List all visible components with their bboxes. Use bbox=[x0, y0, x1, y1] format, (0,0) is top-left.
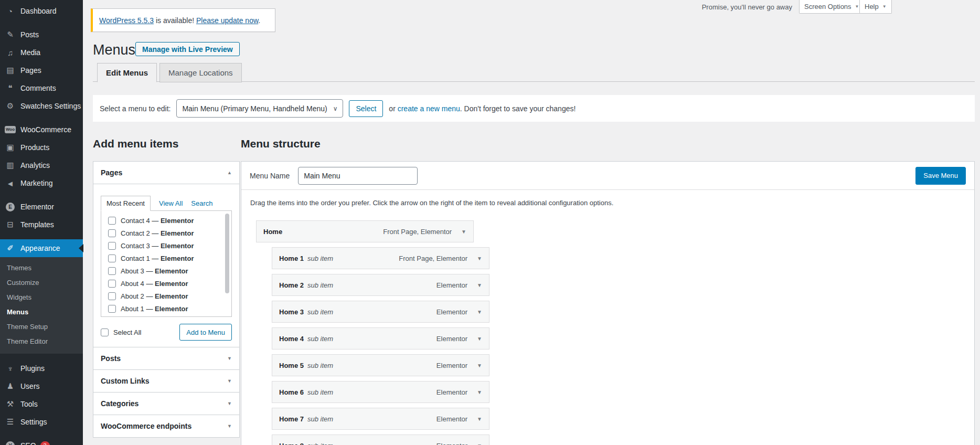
menu-item-home-8[interactable]: Home 8sub itemElementor▼ bbox=[272, 435, 489, 445]
sidebar-subitem-widgets[interactable]: Widgets bbox=[0, 290, 83, 305]
page-checkbox[interactable] bbox=[108, 292, 116, 300]
page-checkbox[interactable] bbox=[108, 242, 116, 250]
select-menu-button[interactable]: Select bbox=[349, 100, 383, 117]
menu-structure-heading: Menu structure bbox=[241, 137, 321, 150]
expand-toggle-icon[interactable]: ▼ bbox=[227, 378, 232, 384]
page-checkbox[interactable] bbox=[108, 267, 116, 275]
sub-item-label: sub item bbox=[307, 442, 333, 445]
pages-tab-most-recent[interactable]: Most Recent bbox=[101, 196, 151, 211]
sidebar-item-users[interactable]: ♟Users bbox=[0, 377, 83, 395]
menu-item-title: Home 1 bbox=[279, 255, 304, 262]
tab-edit-menus[interactable]: Edit Menus bbox=[97, 63, 157, 82]
sidebar-item-comments[interactable]: ❝Comments bbox=[0, 79, 83, 97]
sidebar-item-posts[interactable]: ✎Posts bbox=[0, 26, 83, 44]
page-checklist-row: Contact 2 — Elementor bbox=[101, 227, 231, 239]
item-options-arrow-icon[interactable]: ▼ bbox=[477, 282, 482, 288]
sidebar-item-elementor[interactable]: EElementor bbox=[0, 198, 83, 216]
select-all-checkbox[interactable] bbox=[101, 329, 109, 336]
menu-item-home-4[interactable]: Home 4sub itemElementor▼ bbox=[272, 327, 489, 349]
accordion-custom-links[interactable]: Custom Links▼ bbox=[93, 369, 240, 393]
menu-items-list: HomeFront Page, Elementor▼Home 1sub item… bbox=[250, 220, 966, 445]
menu-name-input[interactable] bbox=[298, 167, 418, 185]
sidebar-item-label: Comments bbox=[20, 84, 56, 92]
page-title: Menus bbox=[93, 43, 135, 57]
accordion-categories[interactable]: Categories▼ bbox=[93, 392, 240, 415]
menu-item-home[interactable]: HomeFront Page, Elementor▼ bbox=[256, 220, 474, 242]
pages-tab-search[interactable]: Search bbox=[191, 199, 212, 207]
sidebar-item-products[interactable]: ▣Products bbox=[0, 139, 83, 156]
add-menu-items-heading: Add menu items bbox=[93, 137, 178, 150]
expand-toggle-icon[interactable]: ▼ bbox=[227, 356, 232, 361]
item-options-arrow-icon[interactable]: ▼ bbox=[477, 256, 482, 261]
page-checklist-label: Contact 3 — Elementor bbox=[121, 242, 194, 250]
sidebar-item-swatches-settings[interactable]: ⚙Swatches Settings bbox=[0, 97, 83, 115]
sidebar-item-tools[interactable]: ⚒Tools bbox=[0, 395, 83, 413]
collapse-toggle-icon[interactable]: ▲ bbox=[227, 170, 232, 175]
sidebar-item-seo[interactable]: YSEO3 bbox=[0, 437, 83, 445]
create-new-menu-link[interactable]: create a new menu bbox=[398, 104, 460, 113]
help-button[interactable]: Help ▼ bbox=[859, 0, 892, 14]
item-options-arrow-icon[interactable]: ▼ bbox=[461, 229, 466, 235]
sidebar-item-media[interactable]: ♫Media bbox=[0, 44, 83, 61]
product-box-icon: ▣ bbox=[5, 143, 16, 152]
accordion-posts[interactable]: Posts▼ bbox=[93, 347, 240, 370]
sidebar-subitem-theme-setup[interactable]: Theme Setup bbox=[0, 320, 83, 334]
manage-with-live-preview-button[interactable]: Manage with Live Preview bbox=[135, 42, 240, 56]
menu-structure-body: Drag the items into the order you prefer… bbox=[241, 190, 974, 445]
sidebar-item-label: Plugins bbox=[20, 364, 45, 373]
item-options-arrow-icon[interactable]: ▼ bbox=[477, 443, 482, 445]
checklist-scrollbar[interactable] bbox=[225, 214, 229, 293]
item-options-arrow-icon[interactable]: ▼ bbox=[477, 309, 482, 315]
wordpress-version-link[interactable]: WordPress 5.5.3 bbox=[99, 16, 154, 25]
pages-tab-view-all[interactable]: View All bbox=[159, 199, 183, 207]
menu-select-dropdown[interactable]: Main Menu (Primary Menu, Handheld Menu) … bbox=[176, 99, 343, 118]
sidebar-item-settings[interactable]: ☰Settings bbox=[0, 413, 83, 431]
page-checkbox[interactable] bbox=[108, 305, 116, 313]
sidebar-subitem-themes[interactable]: Themes bbox=[0, 261, 83, 276]
sidebar-subitem-menus[interactable]: Menus bbox=[0, 305, 83, 320]
expand-toggle-icon[interactable]: ▼ bbox=[227, 423, 232, 429]
save-menu-button[interactable]: Save Menu bbox=[915, 167, 966, 185]
tab-manage-locations[interactable]: Manage Locations bbox=[159, 63, 242, 82]
accordion-title: WooCommerce endpoints bbox=[101, 422, 191, 430]
item-options-arrow-icon[interactable]: ▼ bbox=[477, 389, 482, 395]
pages-filter-tabs: Most RecentView AllSearch bbox=[101, 196, 232, 210]
menu-item-home-6[interactable]: Home 6sub itemElementor▼ bbox=[272, 381, 489, 403]
sidebar-item-dashboard[interactable]: ◔Dashboard bbox=[0, 2, 83, 20]
page-checklist-row: Contact 1 — Elementor bbox=[101, 252, 231, 264]
pages-postbox-header[interactable]: Pages ▲ bbox=[93, 162, 239, 184]
sidebar-item-plugins[interactable]: ♆Plugins bbox=[0, 359, 83, 377]
sidebar-item-pages[interactable]: ▤Pages bbox=[0, 61, 83, 79]
update-now-link[interactable]: Please update now bbox=[196, 16, 258, 25]
menu-item-home-1[interactable]: Home 1sub itemFront Page, Elementor▼ bbox=[272, 247, 489, 269]
sidebar-subitem-customize[interactable]: Customize bbox=[0, 276, 83, 290]
page-checkbox[interactable] bbox=[108, 280, 116, 288]
page-checkbox[interactable] bbox=[108, 217, 116, 225]
screen-options-button[interactable]: Screen Options ▼ bbox=[799, 0, 865, 14]
sidebar-item-appearance[interactable]: ✐Appearance bbox=[0, 239, 83, 257]
sub-item-label: sub item bbox=[307, 362, 333, 369]
sub-item-label: sub item bbox=[307, 255, 333, 262]
sidebar-subitem-theme-editor[interactable]: Theme Editor bbox=[0, 334, 83, 349]
sub-item-label: sub item bbox=[307, 281, 333, 289]
sidebar-item-analytics[interactable]: ▥Analytics bbox=[0, 156, 83, 174]
add-to-menu-button[interactable]: Add to Menu bbox=[179, 324, 232, 341]
expand-toggle-icon[interactable]: ▼ bbox=[227, 401, 232, 406]
menu-item-home-2[interactable]: Home 2sub itemElementor▼ bbox=[272, 274, 489, 296]
item-type-accordions: Posts▼Custom Links▼Categories▼WooCommerc… bbox=[93, 347, 240, 438]
item-options-arrow-icon[interactable]: ▼ bbox=[477, 363, 482, 368]
page-checkbox[interactable] bbox=[108, 229, 116, 237]
media-icon: ♫ bbox=[5, 48, 16, 57]
sidebar-item-templates[interactable]: ⊟Templates bbox=[0, 216, 83, 234]
sidebar-item-woocommerce[interactable]: WooWooCommerce bbox=[0, 121, 83, 139]
update-notice: WordPress 5.5.3 is available! Please upd… bbox=[91, 8, 275, 32]
accordion-woocommerce-endpoints[interactable]: WooCommerce endpoints▼ bbox=[93, 415, 240, 438]
menu-item-home-3[interactable]: Home 3sub itemElementor▼ bbox=[272, 301, 489, 323]
item-options-arrow-icon[interactable]: ▼ bbox=[477, 416, 482, 422]
menu-item-home-5[interactable]: Home 5sub itemElementor▼ bbox=[272, 354, 489, 376]
admin-sidebar: ◔Dashboard✎Posts♫Media▤Pages❝Comments⚙Sw… bbox=[0, 0, 83, 445]
sidebar-item-marketing[interactable]: ◄Marketing bbox=[0, 174, 83, 192]
page-checkbox[interactable] bbox=[108, 255, 116, 262]
item-options-arrow-icon[interactable]: ▼ bbox=[477, 336, 482, 342]
menu-item-home-7[interactable]: Home 7sub itemElementor▼ bbox=[272, 408, 489, 430]
